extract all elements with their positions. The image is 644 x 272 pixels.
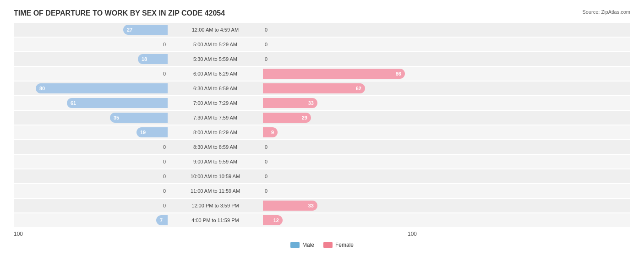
axis-left: 100 <box>14 231 169 237</box>
male-bar: 80 <box>36 83 168 93</box>
male-bar: 19 <box>136 127 168 137</box>
male-zero-value: 0 <box>163 174 168 179</box>
right-section: 33 <box>261 201 417 211</box>
time-label: 12:00 PM to 3:59 PM <box>169 203 261 208</box>
male-zero-value: 0 <box>163 71 168 76</box>
time-label: 7:00 AM to 7:29 AM <box>169 100 261 106</box>
left-section: 7 <box>14 215 169 225</box>
legend-male-label: Male <box>302 242 314 248</box>
female-zero-value: 0 <box>263 144 267 150</box>
male-bar: 35 <box>110 113 168 123</box>
right-section: 0 <box>261 27 417 33</box>
right-section: 0 <box>261 42 417 47</box>
time-label: 9:00 AM to 9:59 AM <box>169 159 261 164</box>
female-bar: 62 <box>263 83 365 93</box>
female-zero-value: 0 <box>263 174 267 179</box>
male-value: 18 <box>138 56 151 62</box>
male-value: 61 <box>67 100 80 106</box>
male-bar: 18 <box>138 54 168 64</box>
table-row: 617:00 AM to 7:29 AM33 <box>14 96 630 110</box>
legend: Male Female <box>14 242 630 248</box>
female-value: 62 <box>352 86 365 91</box>
female-bar: 33 <box>263 98 317 108</box>
right-section: 29 <box>261 113 417 123</box>
right-section: 86 <box>261 69 417 79</box>
male-bar: 61 <box>67 98 168 108</box>
table-row: 010:00 AM to 10:59 AM0 <box>14 169 630 183</box>
right-section: 12 <box>261 215 417 225</box>
left-section: 0 <box>14 203 169 208</box>
legend-male-box <box>290 242 300 248</box>
chart-title: TIME OF DEPARTURE TO WORK BY SEX IN ZIP … <box>14 9 225 17</box>
table-row: 806:30 AM to 6:59 AM62 <box>14 82 630 95</box>
male-value: 35 <box>110 115 123 120</box>
table-row: 185:30 AM to 5:59 AM0 <box>14 52 630 66</box>
right-section: 0 <box>261 188 417 194</box>
table-row: 357:30 AM to 7:59 AM29 <box>14 111 630 125</box>
right-section: 0 <box>261 174 417 179</box>
axis-row: 100 100 <box>14 231 630 237</box>
time-label: 5:30 AM to 5:59 AM <box>169 56 261 62</box>
left-section: 0 <box>14 188 169 194</box>
table-row: 74:00 PM to 11:59 PM12 <box>14 213 630 227</box>
time-label: 6:30 AM to 6:59 AM <box>169 86 261 91</box>
right-section: 0 <box>261 56 417 62</box>
source-text: Source: ZipAtlas.com <box>582 9 630 15</box>
table-row: 2712:00 AM to 4:59 AM0 <box>14 23 630 37</box>
female-zero-value: 0 <box>263 159 267 164</box>
male-zero-value: 0 <box>163 203 168 208</box>
female-bar: 29 <box>263 113 311 123</box>
table-row: 198:00 AM to 8:29 AM9 <box>14 125 630 139</box>
male-bar: 27 <box>123 25 168 35</box>
table-row: 09:00 AM to 9:59 AM0 <box>14 155 630 169</box>
left-section: 35 <box>14 113 169 123</box>
chart-area: 2712:00 AM to 4:59 AM005:00 AM to 5:29 A… <box>14 23 630 227</box>
male-zero-value: 0 <box>163 188 168 194</box>
female-value: 33 <box>305 100 317 106</box>
female-bar: 9 <box>263 127 278 137</box>
legend-female-label: Female <box>335 242 354 248</box>
legend-female-box <box>323 242 333 248</box>
right-section: 0 <box>261 159 417 164</box>
left-section: 80 <box>14 83 169 93</box>
chart-container: TIME OF DEPARTURE TO WORK BY SEX IN ZIP … <box>0 0 644 267</box>
right-section: 33 <box>261 98 417 108</box>
left-section: 19 <box>14 127 169 137</box>
time-label: 8:30 AM to 8:59 AM <box>169 144 261 150</box>
legend-male: Male <box>290 242 314 248</box>
time-label: 10:00 AM to 10:59 AM <box>169 174 261 179</box>
table-row: 012:00 PM to 3:59 PM33 <box>14 199 630 212</box>
time-label: 4:00 PM to 11:59 PM <box>169 218 261 223</box>
left-section: 61 <box>14 98 169 108</box>
table-row: 06:00 AM to 6:29 AM86 <box>14 67 630 81</box>
time-label: 6:00 AM to 6:29 AM <box>169 71 261 76</box>
time-label: 5:00 AM to 5:29 AM <box>169 42 261 47</box>
axis-right: 100 <box>261 231 417 237</box>
female-zero-value: 0 <box>263 42 267 47</box>
time-label: 11:00 AM to 11:59 AM <box>169 188 261 194</box>
right-section: 62 <box>261 83 417 93</box>
male-value: 80 <box>36 86 49 91</box>
right-section: 0 <box>261 144 417 150</box>
female-bar: 33 <box>263 201 317 211</box>
female-value: 12 <box>270 218 283 223</box>
female-zero-value: 0 <box>263 27 267 33</box>
female-value: 33 <box>305 203 317 208</box>
female-bar: 86 <box>263 69 405 79</box>
male-value: 7 <box>156 218 166 223</box>
male-zero-value: 0 <box>163 42 168 47</box>
table-row: 011:00 AM to 11:59 AM0 <box>14 184 630 198</box>
left-section: 0 <box>14 71 169 76</box>
time-label: 7:30 AM to 7:59 AM <box>169 115 261 120</box>
male-zero-value: 0 <box>163 159 168 164</box>
table-row: 08:30 AM to 8:59 AM0 <box>14 140 630 154</box>
male-value: 27 <box>123 27 136 33</box>
right-section: 9 <box>261 127 417 137</box>
left-section: 0 <box>14 174 169 179</box>
table-row: 05:00 AM to 5:29 AM0 <box>14 38 630 51</box>
male-bar: 7 <box>156 215 168 225</box>
time-label: 12:00 AM to 4:59 AM <box>169 27 261 33</box>
left-section: 0 <box>14 144 169 150</box>
left-section: 0 <box>14 159 169 164</box>
left-section: 18 <box>14 54 169 64</box>
